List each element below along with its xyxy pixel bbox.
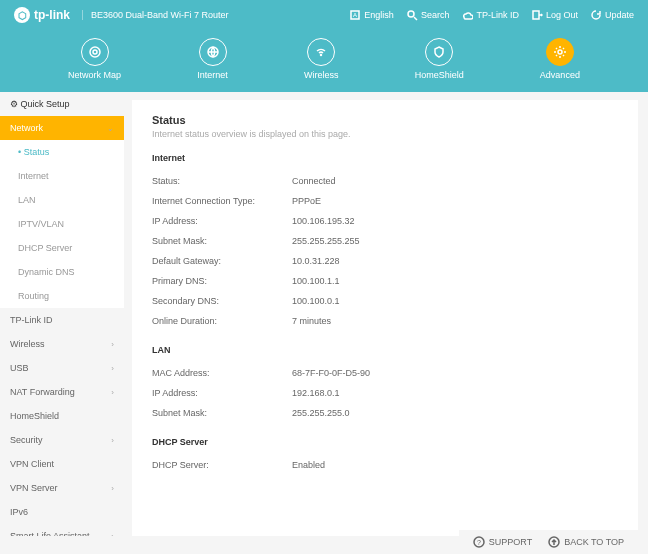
content-panel: Status Internet status overview is displ… xyxy=(132,100,638,536)
sub-internet[interactable]: Internet xyxy=(0,164,124,188)
svg-point-8 xyxy=(321,55,322,56)
update-icon xyxy=(590,9,602,21)
status-row: Online Duration:7 minutes xyxy=(152,311,618,331)
brand-text: tp-link xyxy=(34,8,70,22)
sidebar-quick-setup[interactable]: ⚙ Quick Setup xyxy=(0,92,124,116)
sub-routing[interactable]: Routing xyxy=(0,284,124,308)
sidebar: ⚙ Quick Setup Network⌄ Status Internet L… xyxy=(0,92,124,536)
status-row: DHCP Server:Enabled xyxy=(152,455,618,475)
sidebar-vpn-client[interactable]: VPN Client xyxy=(0,452,124,476)
brand-logo: ⬡ tp-link BE3600 Dual-Band Wi-Fi 7 Route… xyxy=(14,7,229,23)
sidebar-network[interactable]: Network⌄ xyxy=(0,116,124,140)
product-name: BE3600 Dual-Band Wi-Fi 7 Router xyxy=(82,10,229,20)
sidebar-smart-life[interactable]: Smart Life Assistant› xyxy=(0,524,124,536)
page-title: Status xyxy=(152,114,618,126)
sidebar-nat[interactable]: NAT Forwarding› xyxy=(0,380,124,404)
row-label: Secondary DNS: xyxy=(152,296,292,306)
cloud-icon xyxy=(461,9,473,21)
row-label: DHCP Server: xyxy=(152,460,292,470)
row-value: PPPoE xyxy=(292,196,321,206)
chevron-right-icon: › xyxy=(111,340,114,349)
map-icon xyxy=(88,45,102,59)
section-title-internet: Internet xyxy=(152,153,618,163)
up-arrow-icon xyxy=(548,536,560,548)
nav-advanced[interactable]: Advanced xyxy=(540,38,580,80)
status-row: Subnet Mask:255.255.255.0 xyxy=(152,403,618,423)
row-value: 7 minutes xyxy=(292,316,331,326)
language-link[interactable]: AEnglish xyxy=(349,9,394,21)
section-title-lan: LAN xyxy=(152,345,618,355)
sidebar-ipv6[interactable]: IPv6 xyxy=(0,500,124,524)
svg-text:?: ? xyxy=(477,539,481,546)
page-desc: Internet status overview is displayed on… xyxy=(152,129,618,139)
shield-icon xyxy=(432,45,446,59)
sub-status[interactable]: Status xyxy=(0,140,124,164)
row-value: 68-7F-F0-0F-D5-90 xyxy=(292,368,370,378)
row-label: Status: xyxy=(152,176,292,186)
svg-text:A: A xyxy=(353,12,357,18)
status-row: Secondary DNS:100.100.0.1 xyxy=(152,291,618,311)
logo-icon: ⬡ xyxy=(14,7,30,23)
sidebar-security[interactable]: Security› xyxy=(0,428,124,452)
row-label: IP Address: xyxy=(152,388,292,398)
row-value: Enabled xyxy=(292,460,325,470)
svg-rect-4 xyxy=(533,11,539,19)
sidebar-wireless[interactable]: Wireless› xyxy=(0,332,124,356)
svg-point-9 xyxy=(558,50,562,54)
chevron-right-icon: › xyxy=(111,388,114,397)
sidebar-usb[interactable]: USB› xyxy=(0,356,124,380)
update-link[interactable]: Update xyxy=(590,9,634,21)
back-to-top[interactable]: BACK TO TOP xyxy=(548,536,624,548)
status-row: IP Address:192.168.0.1 xyxy=(152,383,618,403)
row-label: Subnet Mask: xyxy=(152,236,292,246)
chevron-down-icon: ⌄ xyxy=(107,124,114,133)
search-link[interactable]: Search xyxy=(406,9,450,21)
status-row: Primary DNS:100.100.1.1 xyxy=(152,271,618,291)
language-icon: A xyxy=(349,9,361,21)
svg-point-6 xyxy=(90,47,100,57)
row-value: 192.168.0.1 xyxy=(292,388,340,398)
wifi-icon xyxy=(314,45,328,59)
section-title-dhcp: DHCP Server xyxy=(152,437,618,447)
status-row: Default Gateway:10.0.31.228 xyxy=(152,251,618,271)
sub-ddns[interactable]: Dynamic DNS xyxy=(0,260,124,284)
row-value: Connected xyxy=(292,176,336,186)
sub-iptv[interactable]: IPTV/VLAN xyxy=(0,212,124,236)
sidebar-vpn-server[interactable]: VPN Server› xyxy=(0,476,124,500)
row-label: Primary DNS: xyxy=(152,276,292,286)
nav-wireless[interactable]: Wireless xyxy=(304,38,339,80)
sub-dhcp[interactable]: DHCP Server xyxy=(0,236,124,260)
status-row: MAC Address:68-7F-F0-0F-D5-90 xyxy=(152,363,618,383)
row-label: MAC Address: xyxy=(152,368,292,378)
row-label: Default Gateway: xyxy=(152,256,292,266)
row-value: 255.255.255.255 xyxy=(292,236,360,246)
chevron-right-icon: › xyxy=(111,532,114,537)
sidebar-tplink-id[interactable]: TP-Link ID xyxy=(0,308,124,332)
status-row: IP Address:100.106.195.32 xyxy=(152,211,618,231)
logout-link[interactable]: Log Out xyxy=(531,9,578,21)
support-icon: ? xyxy=(473,536,485,548)
status-row: Internet Connection Type:PPPoE xyxy=(152,191,618,211)
svg-point-5 xyxy=(93,50,97,54)
chevron-right-icon: › xyxy=(111,484,114,493)
row-label: Subnet Mask: xyxy=(152,408,292,418)
svg-line-3 xyxy=(414,17,417,20)
globe-icon xyxy=(206,45,220,59)
nav-homeshield[interactable]: HomeShield xyxy=(415,38,464,80)
row-value: 100.100.1.1 xyxy=(292,276,340,286)
chevron-right-icon: › xyxy=(111,436,114,445)
status-row: Status:Connected xyxy=(152,171,618,191)
support-link[interactable]: ?SUPPORT xyxy=(473,536,532,548)
row-label: IP Address: xyxy=(152,216,292,226)
sub-lan[interactable]: LAN xyxy=(0,188,124,212)
row-value: 255.255.255.0 xyxy=(292,408,350,418)
row-value: 100.100.0.1 xyxy=(292,296,340,306)
tplink-id-link[interactable]: TP-Link ID xyxy=(461,9,519,21)
nav-internet[interactable]: Internet xyxy=(197,38,228,80)
gear-icon xyxy=(553,45,567,59)
svg-point-2 xyxy=(408,11,414,17)
nav-network-map[interactable]: Network Map xyxy=(68,38,121,80)
row-label: Internet Connection Type: xyxy=(152,196,292,206)
sidebar-homeshield[interactable]: HomeShield xyxy=(0,404,124,428)
logout-icon xyxy=(531,9,543,21)
